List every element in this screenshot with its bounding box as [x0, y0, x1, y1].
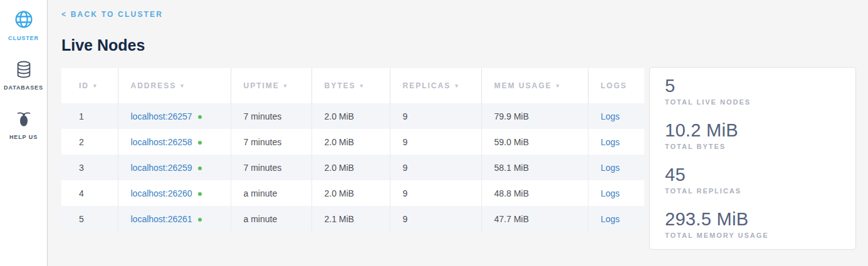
node-address-cell: localhost:26259 — [118, 155, 231, 180]
node-uptime-cell: a minute — [231, 180, 311, 206]
column-header-bytes[interactable]: BYTES▾ — [311, 68, 390, 103]
stat-label: TOTAL BYTES — [665, 143, 840, 150]
node-logs-link[interactable]: Logs — [601, 111, 620, 121]
sort-arrow-icon: ▾ — [180, 83, 185, 89]
sort-arrow-icon: ▾ — [557, 83, 561, 89]
node-address-cell: localhost:26258 — [118, 129, 231, 155]
sort-arrow-icon: ▾ — [284, 83, 288, 89]
node-replicas-cell: 9 — [390, 180, 481, 206]
node-logs-cell: Logs — [588, 129, 644, 155]
sidebar-item-databases[interactable]: DATABASES — [0, 60, 47, 91]
node-bytes-cell: 2.0 MiB — [311, 180, 390, 206]
node-logs-cell: Logs — [588, 103, 644, 129]
node-id-cell: 3 — [61, 155, 118, 180]
sidebar-item-label: CLUSTER — [0, 35, 47, 41]
column-header-replicas[interactable]: REPLICAS▾ — [390, 68, 481, 103]
database-stack-icon — [0, 60, 47, 81]
stat-total-replicas: 45 TOTAL REPLICAS — [665, 164, 840, 195]
table-row: 4 localhost:26260 a minute 2.0 MiB 9 48.… — [61, 180, 644, 206]
node-mem-usage-cell: 58.1 MiB — [481, 155, 588, 180]
column-header-logs: LOGS — [588, 68, 644, 103]
table-row: 2 localhost:26258 7 minutes 2.0 MiB 9 59… — [61, 129, 644, 155]
stat-value: 10.2 MiB — [665, 120, 840, 141]
main-content: < BACK TO CLUSTER Live Nodes ID▾ ADDRESS… — [48, 0, 868, 266]
node-replicas-cell: 9 — [390, 129, 481, 155]
app-root: CLUSTER DATABASES — [0, 0, 868, 266]
sidebar-item-help-us[interactable]: HELP US — [0, 110, 47, 140]
stat-total-memory-usage: 293.5 MiB TOTAL MEMORY USAGE — [665, 208, 840, 239]
sort-arrow-icon: ▾ — [360, 83, 365, 89]
sort-arrow-icon: ▾ — [93, 83, 98, 89]
sidebar-item-label: DATABASES — [0, 84, 47, 91]
node-address-link[interactable]: localhost:26261 — [131, 214, 192, 224]
node-logs-link[interactable]: Logs — [601, 163, 620, 173]
stat-total-live-nodes: 5 TOTAL LIVE NODES — [665, 75, 840, 106]
node-logs-link[interactable]: Logs — [601, 137, 620, 147]
column-header-address[interactable]: ADDRESS▾ — [118, 68, 231, 103]
node-bytes-cell: 2.1 MiB — [311, 206, 390, 232]
stat-total-bytes: 10.2 MiB TOTAL BYTES — [665, 120, 840, 150]
sidebar: CLUSTER DATABASES — [0, 0, 48, 266]
table-header: ID▾ ADDRESS▾ UPTIME▾ BYTES▾ REPLICAS▾ ME… — [61, 68, 644, 103]
cluster-summary-card: 5 TOTAL LIVE NODES 10.2 MiB TOTAL BYTES … — [649, 67, 856, 250]
node-logs-cell: Logs — [588, 180, 644, 206]
node-uptime-cell: 7 minutes — [231, 155, 311, 180]
table-row: 5 localhost:26261 a minute 2.1 MiB 9 47.… — [61, 206, 644, 232]
node-live-status-dot — [198, 166, 202, 170]
column-header-mem-usage[interactable]: MEM USAGE▾ — [481, 68, 588, 103]
content-row: ID▾ ADDRESS▾ UPTIME▾ BYTES▾ REPLICAS▾ ME… — [61, 68, 857, 250]
node-bytes-cell: 2.0 MiB — [311, 103, 390, 129]
stat-label: TOTAL MEMORY USAGE — [665, 232, 840, 239]
stat-value: 45 — [665, 164, 840, 185]
node-address-link[interactable]: localhost:26259 — [131, 163, 192, 173]
globe-icon — [0, 9, 47, 32]
node-logs-link[interactable]: Logs — [601, 214, 620, 224]
table-row: 3 localhost:26259 7 minutes 2.0 MiB 9 58… — [61, 155, 644, 180]
node-live-status-dot — [198, 115, 202, 119]
live-nodes-table: ID▾ ADDRESS▾ UPTIME▾ BYTES▾ REPLICAS▾ ME… — [61, 68, 644, 232]
sidebar-item-cluster[interactable]: CLUSTER — [0, 9, 47, 41]
back-to-cluster-link[interactable]: < BACK TO CLUSTER — [61, 10, 163, 19]
sidebar-item-label: HELP US — [0, 134, 47, 140]
node-address-cell: localhost:26257 — [118, 103, 231, 129]
node-id-cell: 5 — [61, 206, 118, 232]
cockroach-bug-icon — [0, 110, 47, 131]
node-address-link[interactable]: localhost:26260 — [131, 188, 192, 198]
node-replicas-cell: 9 — [390, 155, 481, 180]
node-address-cell: localhost:26261 — [118, 206, 231, 232]
stat-label: TOTAL LIVE NODES — [665, 98, 840, 106]
node-uptime-cell: 7 minutes — [231, 103, 311, 129]
node-mem-usage-cell: 79.9 MiB — [481, 103, 588, 129]
node-replicas-cell: 9 — [390, 206, 481, 232]
node-id-cell: 2 — [61, 129, 118, 155]
column-header-id[interactable]: ID▾ — [61, 68, 118, 103]
node-uptime-cell: 7 minutes — [231, 129, 311, 155]
stat-value: 293.5 MiB — [665, 208, 840, 230]
node-id-cell: 4 — [61, 180, 118, 206]
table-body: 1 localhost:26257 7 minutes 2.0 MiB 9 79… — [61, 103, 644, 232]
node-logs-cell: Logs — [588, 155, 644, 180]
node-logs-link[interactable]: Logs — [601, 188, 620, 198]
table-row: 1 localhost:26257 7 minutes 2.0 MiB 9 79… — [61, 103, 644, 129]
node-uptime-cell: a minute — [231, 206, 311, 232]
node-bytes-cell: 2.0 MiB — [311, 155, 390, 180]
node-mem-usage-cell: 59.0 MiB — [481, 129, 588, 155]
node-mem-usage-cell: 47.7 MiB — [481, 206, 588, 232]
node-address-link[interactable]: localhost:26257 — [131, 111, 192, 121]
stat-label: TOTAL REPLICAS — [665, 187, 840, 195]
node-bytes-cell: 2.0 MiB — [311, 129, 390, 155]
column-header-uptime[interactable]: UPTIME▾ — [231, 68, 311, 103]
node-live-status-dot — [198, 141, 202, 145]
node-logs-cell: Logs — [588, 206, 644, 232]
node-mem-usage-cell: 48.8 MiB — [481, 180, 588, 206]
node-replicas-cell: 9 — [390, 103, 481, 129]
node-address-cell: localhost:26260 — [118, 180, 231, 206]
node-address-link[interactable]: localhost:26258 — [131, 137, 192, 147]
node-live-status-dot — [198, 218, 202, 222]
node-live-status-dot — [198, 192, 202, 196]
sort-arrow-icon: ▾ — [455, 83, 459, 89]
page-title: Live Nodes — [61, 36, 857, 54]
node-id-cell: 1 — [61, 103, 118, 129]
stat-value: 5 — [665, 75, 840, 96]
